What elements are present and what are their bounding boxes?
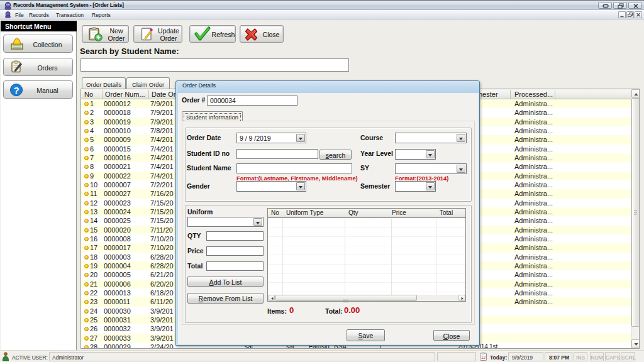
svg-text:12: 12 [481,355,486,359]
svg-text:?: ? [13,85,19,96]
